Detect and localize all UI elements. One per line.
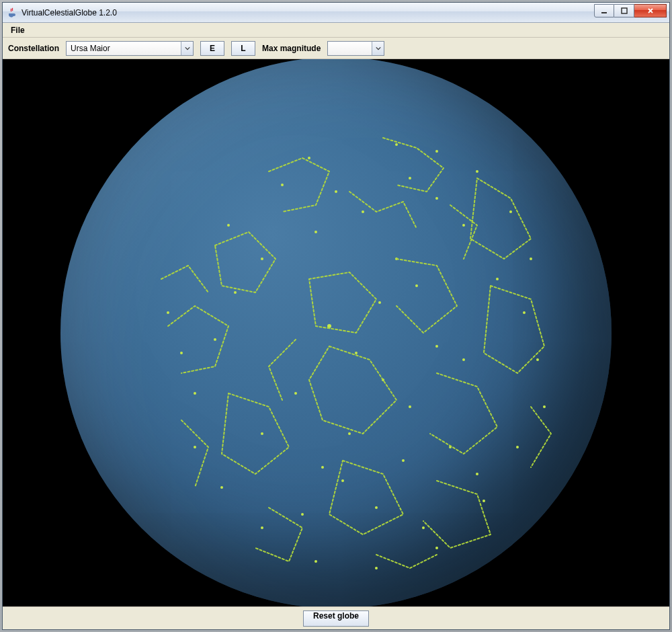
svg-point-37 — [543, 405, 546, 408]
titlebar: VirtualCelestialGlobe 1.2.0 — [3, 3, 669, 23]
menu-file[interactable]: File — [5, 24, 30, 36]
chevron-down-icon — [372, 42, 384, 55]
svg-point-6 — [435, 197, 438, 200]
svg-point-41 — [375, 567, 378, 569]
svg-point-12 — [523, 311, 526, 314]
minimize-button[interactable] — [594, 4, 614, 17]
svg-point-40 — [435, 547, 438, 549]
footer: Reset globe — [3, 606, 669, 629]
svg-point-36 — [530, 258, 532, 260]
reset-globe-button[interactable]: Reset globe — [303, 610, 369, 627]
svg-point-53 — [321, 466, 324, 469]
toolbar: Constellation Ursa Maior E L Max magnitu… — [3, 38, 669, 59]
svg-point-32 — [395, 143, 398, 146]
svg-point-29 — [227, 224, 230, 227]
window-controls — [594, 4, 667, 17]
svg-point-51 — [402, 459, 405, 462]
svg-point-31 — [308, 157, 310, 159]
svg-point-45 — [194, 446, 196, 448]
maximize-button[interactable] — [614, 4, 634, 17]
svg-point-11 — [496, 278, 499, 280]
svg-point-48 — [378, 301, 381, 304]
svg-point-21 — [476, 473, 478, 475]
svg-point-3 — [362, 210, 364, 213]
svg-point-19 — [261, 432, 263, 435]
svg-point-13 — [536, 358, 539, 361]
svg-point-47 — [415, 284, 418, 287]
svg-point-30 — [281, 184, 284, 186]
svg-point-44 — [220, 486, 223, 489]
svg-point-25 — [422, 526, 425, 529]
svg-point-5 — [409, 177, 411, 180]
chevron-down-icon — [181, 42, 193, 55]
svg-point-10 — [214, 338, 216, 341]
svg-point-2 — [335, 190, 337, 193]
svg-point-9 — [234, 291, 237, 294]
window-title: VirtualCelestialGlobe 1.2.0 — [22, 8, 117, 17]
max-magnitude-label: Max magnitude — [262, 44, 321, 53]
e-button[interactable]: E — [200, 41, 224, 56]
svg-point-43 — [261, 526, 263, 529]
globe-viewport[interactable] — [3, 59, 669, 606]
svg-point-28 — [167, 311, 169, 314]
svg-point-8 — [261, 258, 263, 260]
celestial-globe[interactable] — [60, 59, 612, 606]
svg-point-15 — [355, 352, 358, 354]
svg-point-24 — [301, 513, 304, 516]
menubar: File — [3, 23, 669, 38]
svg-point-52 — [348, 432, 351, 435]
svg-point-18 — [294, 392, 297, 395]
app-window: VirtualCelestialGlobe 1.2.0 File Constel… — [2, 2, 670, 630]
svg-point-49 — [462, 358, 465, 361]
svg-point-23 — [375, 506, 378, 509]
svg-rect-0 — [601, 12, 607, 13]
svg-point-26 — [194, 392, 196, 395]
svg-point-34 — [476, 170, 478, 173]
svg-point-39 — [482, 500, 485, 502]
svg-point-42 — [314, 560, 317, 563]
svg-rect-1 — [622, 8, 627, 13]
svg-point-27 — [180, 352, 183, 354]
constellation-value: Ursa Maior — [67, 44, 181, 53]
svg-point-4 — [314, 231, 317, 233]
svg-point-38 — [516, 446, 519, 448]
svg-point-35 — [509, 210, 512, 213]
constellation-label: Constellation — [8, 44, 59, 53]
svg-point-7 — [462, 224, 465, 227]
svg-point-33 — [435, 150, 438, 153]
max-magnitude-dropdown[interactable] — [327, 41, 384, 56]
svg-point-50 — [435, 345, 438, 348]
l-button[interactable]: L — [231, 41, 255, 56]
constellation-lines — [60, 59, 612, 606]
constellation-dropdown[interactable]: Ursa Maior — [66, 41, 194, 56]
svg-point-22 — [341, 479, 344, 482]
svg-point-17 — [409, 405, 411, 408]
close-button[interactable] — [634, 4, 667, 17]
java-cup-icon — [7, 7, 17, 18]
